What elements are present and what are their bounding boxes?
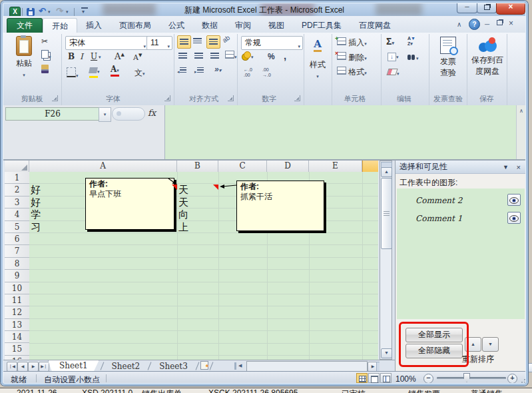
sheet-tab-Sheet3[interactable]: Sheet3 — [152, 361, 194, 372]
row-header-9[interactable]: 9 — [5, 270, 29, 282]
italic-button[interactable]: I — [80, 52, 83, 61]
middle-align-button[interactable] — [193, 37, 202, 46]
invoice-check-button[interactable]: 发票 查验 — [433, 37, 463, 79]
first-sheet-button[interactable]: ❘◀ — [7, 362, 17, 372]
vertical-scroll-thumb[interactable] — [381, 178, 392, 249]
row-header-4[interactable]: 4 — [5, 208, 29, 220]
percent-style-button[interactable]: % — [268, 52, 275, 61]
shape-list-item[interactable]: Comment 1 — [397, 212, 525, 226]
clear-button[interactable]: ▾ — [388, 68, 399, 77]
row-header-11[interactable]: 11 — [5, 294, 29, 306]
name-box-dropdown-icon[interactable]: ▾ — [99, 107, 111, 122]
ribbon-tab-PDF工具集[interactable]: PDF工具集 — [293, 18, 350, 33]
formula-input[interactable] — [164, 105, 517, 159]
column-header-D[interactable]: D — [267, 161, 309, 172]
ribbon-tab-公式[interactable]: 公式 — [160, 18, 193, 33]
font-dialog-launcher[interactable] — [164, 95, 170, 101]
row-header-10[interactable]: 10 — [5, 282, 29, 294]
wrap-text-button[interactable]: »▾ — [214, 65, 221, 74]
comment-box-2[interactable]: 作者: 抓紧干活 — [236, 181, 324, 231]
fill-button[interactable]: ↓▾ — [388, 51, 399, 61]
ribbon-tab-开始[interactable]: 开始 — [43, 18, 77, 33]
clipboard-dialog-launcher[interactable] — [52, 95, 58, 101]
tab-split-handle[interactable] — [234, 362, 236, 370]
row-header-1[interactable]: 1 — [5, 172, 29, 184]
bottom-align-button[interactable] — [206, 35, 220, 49]
redo-icon[interactable]: ↷ — [56, 6, 63, 16]
ribbon-tab-百度网盘[interactable]: 百度网盘 — [350, 18, 399, 33]
insert-function-button[interactable]: fx — [148, 107, 161, 120]
page-layout-view-button[interactable] — [368, 373, 380, 383]
visibility-toggle-button[interactable] — [507, 194, 521, 206]
column-header-E[interactable]: E — [309, 161, 362, 172]
ribbon-tab-插入[interactable]: 插入 — [77, 18, 111, 33]
fill-color-button[interactable]: ▾ — [89, 66, 100, 78]
help-icon[interactable]: ? — [469, 19, 480, 30]
insert-worksheet-button[interactable]: * — [200, 361, 208, 372]
orientation-button[interactable]: ab — [221, 34, 231, 44]
cell-B5[interactable]: 上 — [178, 221, 188, 233]
page-break-view-button[interactable] — [380, 373, 392, 383]
paste-button[interactable]: 粘贴 ▾ — [11, 36, 37, 79]
grow-font-button[interactable]: A▲ — [115, 51, 125, 61]
undo-icon[interactable]: ↶ — [39, 6, 46, 16]
row-header-14[interactable]: 14 — [5, 331, 29, 343]
column-header-B[interactable]: B — [177, 161, 218, 172]
styles-button[interactable]: A 样式 ▾ — [306, 38, 329, 80]
cell-B4[interactable]: 向 — [178, 208, 188, 220]
zoom-slider-thumb[interactable] — [463, 373, 470, 382]
format-painter-button[interactable] — [41, 65, 49, 75]
formula-bar-collapse-icon[interactable]: ∧ — [516, 105, 526, 159]
increase-decimal-button[interactable]: ←.0.00 — [244, 67, 252, 78]
align-center-button[interactable] — [194, 51, 203, 61]
excel-logo-icon[interactable]: X — [9, 7, 21, 16]
align-right-button[interactable] — [210, 51, 219, 61]
top-align-button[interactable] — [177, 35, 191, 49]
scroll-down-button[interactable]: ▼ — [381, 348, 392, 358]
window-minimize-button[interactable]: ─ — [457, 2, 477, 13]
comma-style-button[interactable]: , — [284, 50, 286, 61]
next-sheet-button[interactable]: ▶ — [28, 362, 39, 372]
format-cells-button[interactable]: 格式▾ — [337, 67, 367, 78]
column-header-A[interactable]: A — [29, 161, 177, 172]
cell-B2[interactable]: 天 — [178, 184, 188, 196]
workbook-minimize-icon[interactable]: ─ — [485, 21, 489, 28]
alignment-dialog-launcher[interactable] — [228, 95, 234, 101]
row-header-6[interactable]: 6 — [5, 233, 29, 245]
worksheet-grid[interactable]: 好好学习天天向上 — [29, 172, 378, 360]
normal-view-button[interactable] — [356, 373, 368, 383]
tab-scroll-left-icon[interactable]: ◀ — [238, 363, 242, 368]
shape-list-item[interactable]: Comment 2 — [397, 194, 525, 208]
select-all-button[interactable] — [5, 161, 29, 172]
row-header-5[interactable]: 5 — [5, 221, 29, 233]
column-header-C[interactable]: C — [218, 161, 267, 172]
cell-A3[interactable]: 好 — [31, 196, 41, 208]
column-header-F[interactable] — [362, 161, 378, 172]
underline-dropdown-icon[interactable]: ▾ — [99, 55, 101, 60]
find-select-button[interactable]: ▾ — [407, 53, 419, 62]
visibility-toggle-button[interactable] — [507, 212, 521, 224]
zoom-out-button[interactable]: − — [423, 374, 433, 384]
row-header-15[interactable]: 15 — [5, 343, 29, 355]
borders-button[interactable]: ▾ — [67, 67, 79, 79]
save-icon[interactable] — [27, 8, 35, 16]
vertical-scrollbar[interactable]: ▲ ▼ — [380, 161, 392, 360]
copy-button[interactable]: ▾ — [41, 50, 51, 61]
zoom-slider-track[interactable] — [437, 377, 506, 379]
comment-box-1[interactable]: 作者: 早点下班 — [85, 178, 174, 230]
accounting-format-button[interactable]: ▾ — [244, 51, 254, 61]
shrink-font-button[interactable]: A▼ — [133, 53, 142, 62]
redo-dropdown-icon[interactable]: ▾ — [66, 9, 69, 15]
collapse-ribbon-icon[interactable]: ∧ — [457, 21, 461, 28]
sheet-tab-Sheet2[interactable]: Sheet2 — [105, 361, 147, 372]
name-box[interactable]: F26 — [5, 107, 100, 121]
undo-dropdown-icon[interactable]: ▾ — [48, 9, 51, 15]
autosum-button[interactable]: Σ▾ — [386, 36, 394, 47]
file-tab[interactable]: 文件 — [7, 18, 43, 33]
font-name-combo[interactable]: 宋体▾ — [65, 36, 148, 50]
font-size-combo[interactable]: 11▾ — [146, 36, 172, 50]
row-header-7[interactable]: 7 — [5, 245, 29, 257]
scroll-up-button[interactable]: ▲ — [381, 167, 392, 177]
zoom-in-button[interactable]: + — [507, 374, 517, 384]
number-dialog-launcher[interactable] — [294, 95, 300, 101]
